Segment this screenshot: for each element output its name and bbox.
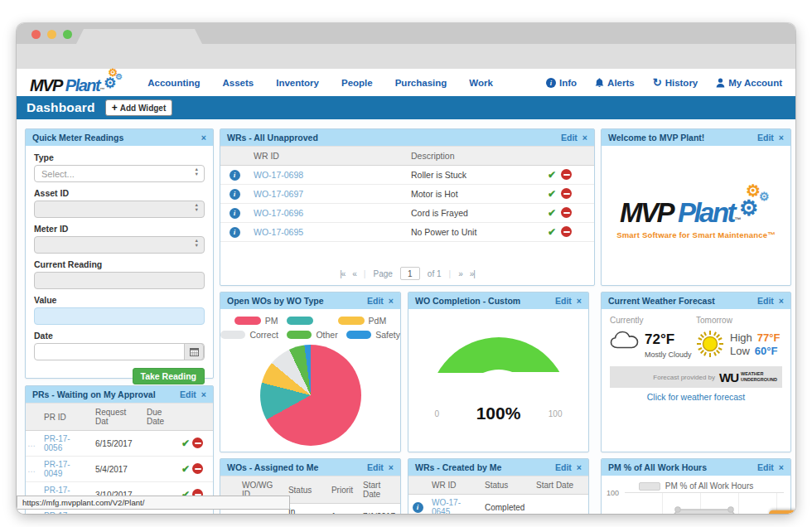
approve-icon[interactable]: ✔ — [548, 226, 556, 238]
edit-widget-button[interactable]: Edit — [757, 462, 774, 472]
close-widget-button[interactable]: × — [389, 296, 394, 306]
reject-icon[interactable] — [561, 188, 572, 199]
wr-id-link[interactable]: WO-17-0696 — [254, 208, 303, 218]
value-input[interactable] — [34, 307, 205, 325]
zoom-window-icon[interactable] — [63, 30, 72, 39]
nav-people[interactable]: People — [341, 78, 373, 88]
pr-id-link[interactable]: PR-17-0049 — [44, 460, 70, 478]
wr-id-link[interactable]: WO-17-0695 — [254, 227, 303, 237]
close-widget-button[interactable]: × — [779, 296, 784, 306]
reject-icon[interactable] — [561, 207, 572, 218]
pr-id-link[interactable]: PR-17-0038 — [44, 511, 70, 514]
col-wr-id[interactable]: WR ID — [249, 147, 406, 166]
nav-purchasing[interactable]: Purchasing — [395, 78, 447, 88]
my-account-button[interactable]: My Account — [716, 78, 782, 88]
pie-chart[interactable] — [260, 345, 361, 446]
edit-widget-button[interactable]: Edit — [367, 462, 384, 472]
close-widget-button[interactable]: × — [779, 462, 784, 472]
col-priority[interactable]: Priorit — [326, 476, 358, 504]
edit-widget-button[interactable]: Edit — [367, 296, 384, 306]
next-page-button[interactable]: » — [458, 269, 462, 278]
history-button[interactable]: ↻ History — [653, 76, 698, 89]
page-number-input[interactable]: 1 — [400, 267, 420, 280]
col-status[interactable]: Status — [480, 476, 531, 495]
calendar-button[interactable] — [184, 343, 204, 360]
add-widget-button[interactable]: + Add Widget — [105, 99, 172, 116]
reject-icon[interactable] — [192, 463, 203, 474]
mvp-plant-logo[interactable]: MVP Plant ™ ⚙ ⚙ ⚙ — [30, 70, 124, 95]
info-icon[interactable]: i — [413, 502, 423, 513]
take-reading-button[interactable]: Take Reading — [133, 368, 205, 384]
legend-item-pm[interactable]: PM — [234, 316, 278, 326]
type-select[interactable]: Select... ▲▼ — [34, 165, 205, 182]
table-row[interactable]: i WO-17-0695 No Power to Unit ✔ — [220, 223, 594, 242]
nav-work[interactable]: Work — [469, 78, 493, 88]
row-handle[interactable]: … — [26, 457, 39, 482]
approve-icon[interactable]: ✔ — [548, 188, 556, 200]
col-wr-id[interactable]: WR ID — [427, 476, 480, 495]
edit-widget-button[interactable]: Edit — [561, 133, 578, 143]
edit-widget-button[interactable]: Edit — [555, 462, 572, 472]
wr-id-link[interactable]: WO-17-0645 — [432, 498, 461, 514]
col-start-date[interactable]: Start Date — [358, 476, 400, 504]
table-row[interactable]: i WO-17-0645 Completed — [408, 495, 588, 515]
last-page-button[interactable]: »| — [470, 269, 475, 278]
col-start-date[interactable]: Start Date — [531, 476, 588, 495]
col-description[interactable]: Description — [406, 147, 543, 166]
browser-tab[interactable] — [76, 29, 202, 44]
edit-widget-button[interactable]: Edit — [555, 296, 572, 306]
area-legend[interactable]: PM % of All Work Hours — [602, 481, 790, 491]
wr-id-link[interactable]: WO-17-0698 — [254, 170, 303, 180]
close-window-icon[interactable] — [31, 30, 41, 39]
close-widget-button[interactable]: × — [582, 133, 587, 143]
close-widget-button[interactable]: × — [779, 133, 784, 143]
info-icon[interactable]: i — [230, 189, 240, 200]
close-widget-button[interactable]: × — [577, 296, 582, 306]
table-row[interactable]: i WO-17-0697 Motor is Hot ✔ — [220, 185, 594, 204]
nav-accounting[interactable]: Accounting — [147, 78, 200, 88]
reject-icon[interactable] — [561, 226, 572, 237]
col-due-date[interactable]: Due Date — [142, 404, 180, 431]
reject-icon[interactable] — [561, 169, 572, 180]
approve-icon[interactable]: ✔ — [181, 463, 190, 475]
alerts-button[interactable]: Alerts — [595, 78, 635, 88]
table-row[interactable]: i WO-17-0696 Cord is Frayed ✔ — [220, 204, 594, 223]
approve-icon[interactable]: ✔ — [181, 438, 190, 449]
pr-id-link[interactable]: PR-17-0056 — [44, 434, 70, 452]
approve-icon[interactable]: ✔ — [548, 207, 556, 219]
col-pr-id[interactable]: PR ID — [39, 404, 90, 431]
edit-widget-button[interactable]: Edit — [757, 296, 774, 306]
info-icon[interactable]: i — [230, 227, 240, 238]
close-widget-button[interactable]: × — [201, 389, 206, 399]
minimize-window-icon[interactable] — [47, 30, 56, 39]
legend-item-other[interactable]: Other — [287, 330, 338, 340]
table-row[interactable]: i WO-17-0698 Roller is Stuck ✔ — [220, 166, 594, 185]
approve-icon[interactable]: ✔ — [548, 169, 556, 181]
table-row[interactable]: … PR-17-0049 5/4/2017 ✔ — [26, 457, 213, 482]
wr-id-link[interactable]: WO-17-0697 — [254, 189, 303, 199]
reject-icon[interactable] — [192, 438, 203, 448]
close-widget-button[interactable]: × — [389, 462, 394, 472]
weather-forecast-link[interactable]: Click for weather forecast — [610, 392, 782, 402]
edit-widget-button[interactable]: Edit — [180, 389, 196, 399]
legend-item-pdm[interactable]: PdM — [338, 316, 387, 326]
close-widget-button[interactable]: × — [577, 462, 582, 472]
col-request-date[interactable]: Request Dat — [90, 404, 142, 431]
meter-id-select[interactable]: ▲▼ — [34, 236, 205, 254]
legend-item-correct[interactable]: Correct — [220, 330, 278, 340]
close-widget-button[interactable]: × — [201, 133, 206, 143]
prev-page-button[interactable]: « — [352, 269, 356, 278]
legend-item-safety[interactable]: Safety — [346, 330, 400, 340]
asset-id-select[interactable]: ▲▼ — [34, 201, 205, 218]
edit-widget-button[interactable]: Edit — [757, 133, 774, 143]
info-icon[interactable]: i — [230, 170, 240, 181]
info-icon[interactable]: i — [230, 208, 240, 219]
table-row[interactable]: … PR-17-0056 6/15/2017 ✔ — [26, 431, 213, 457]
legend-item-blank[interactable] — [287, 316, 330, 326]
row-handle[interactable]: … — [26, 431, 39, 457]
nav-inventory[interactable]: Inventory — [276, 78, 319, 88]
first-page-button[interactable]: |« — [340, 269, 345, 278]
live-chat-tab[interactable]: live chat — [769, 510, 795, 514]
info-button[interactable]: i Info — [546, 78, 577, 88]
nav-assets[interactable]: Assets — [223, 78, 254, 88]
